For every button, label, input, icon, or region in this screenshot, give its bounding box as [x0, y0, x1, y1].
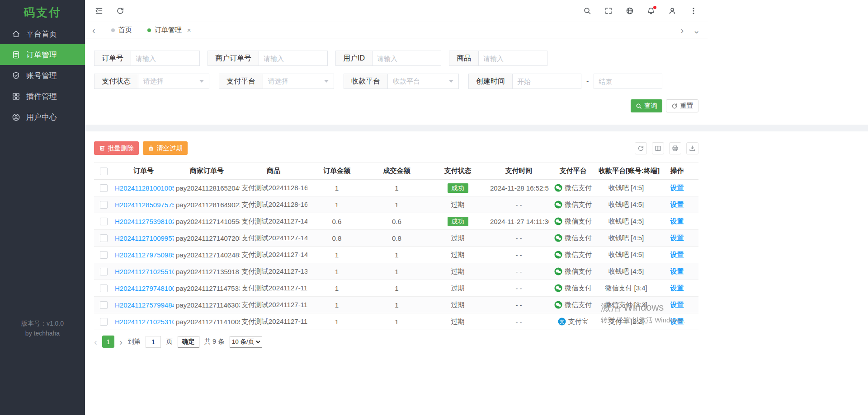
col-pay-time: 支付时间: [488, 163, 549, 180]
sidebar-item-user-center[interactable]: 用户中心: [0, 107, 85, 127]
row-checkbox[interactable]: [100, 218, 108, 225]
table-columns-button[interactable]: [652, 142, 664, 154]
merchant-order-no-input[interactable]: [259, 51, 328, 66]
menu-fold-icon[interactable]: [95, 7, 103, 15]
receive-platform-select[interactable]: 收款平台: [388, 74, 459, 89]
order-no-input[interactable]: [131, 51, 200, 66]
refresh-icon[interactable]: [116, 7, 124, 15]
tab-home[interactable]: 首页: [104, 22, 140, 38]
filter-row-2: 支付状态 请选择 支付平台 请选择 收款平台 收款平台: [94, 74, 698, 89]
end-date-input[interactable]: [594, 74, 662, 89]
row-checkbox[interactable]: [100, 268, 108, 275]
settings-link[interactable]: 设置: [670, 201, 684, 208]
fullscreen-icon[interactable]: [604, 7, 613, 15]
row-checkbox[interactable]: [100, 318, 108, 326]
tab-menu-chevron-down-icon[interactable]: ⌄: [693, 26, 700, 35]
sidebar-item-order-management[interactable]: 订单管理: [0, 44, 85, 65]
paid-amount: 0.6: [392, 218, 401, 225]
row-checkbox[interactable]: [100, 251, 108, 259]
filter-label: 用户ID: [335, 51, 373, 66]
order-no-link[interactable]: H2024112757994849: [115, 301, 174, 309]
search-button[interactable]: 查询: [631, 99, 662, 112]
current-page-button[interactable]: 1: [102, 336, 114, 348]
goto-confirm-button[interactable]: 确定: [178, 336, 199, 348]
order-no-link[interactable]: H2024112753981029: [115, 218, 174, 225]
settings-link[interactable]: 设置: [670, 251, 684, 258]
filter-user-id: 用户ID: [335, 51, 441, 66]
tab-scroll-right-icon[interactable]: ›: [681, 26, 684, 35]
sidebar-item-plugin-management[interactable]: 插件管理: [0, 86, 85, 107]
notifications-button[interactable]: [647, 7, 655, 15]
pay-status-cell: 过期: [427, 280, 488, 297]
tab-order-management[interactable]: 订单管理 ×: [140, 22, 199, 38]
settings-link[interactable]: 设置: [670, 301, 684, 308]
settings-link[interactable]: 设置: [670, 284, 684, 292]
receive-account: 收钱吧 [4:5]: [609, 234, 644, 242]
order-no-link[interactable]: H2024112710255102: [115, 268, 174, 275]
tab-scroll-left-icon[interactable]: ‹: [92, 26, 95, 35]
row-checkbox[interactable]: [100, 234, 108, 242]
pay-platform-name: 微信支付: [565, 217, 592, 225]
table-row: H2024112757994849pay202411271146303259支付…: [94, 297, 698, 313]
order-no-link[interactable]: H2024112710253101: [115, 318, 174, 326]
table-export-button[interactable]: [686, 142, 698, 154]
select-all-checkbox[interactable]: [100, 168, 108, 175]
settings-link[interactable]: 设置: [670, 267, 684, 275]
wechat-pay-icon: [554, 217, 562, 225]
order-no-link[interactable]: H2024112710099571: [115, 234, 174, 242]
product-name: 支付测试20241127-114...: [241, 317, 307, 325]
order-no-link[interactable]: H2024112810010056: [115, 184, 174, 192]
col-product: 商品: [240, 163, 307, 180]
order-no-link[interactable]: H2024112850975751: [115, 201, 174, 209]
user-icon[interactable]: [668, 7, 676, 15]
row-checkbox[interactable]: [100, 284, 108, 292]
top-header: [85, 0, 708, 22]
page-size-select[interactable]: 10 条/页: [230, 336, 262, 348]
header-left: [95, 7, 124, 15]
search-icon[interactable]: [583, 7, 591, 15]
app-logo: 码支付: [0, 0, 85, 23]
table-print-button[interactable]: [669, 142, 681, 154]
sidebar-item-account-management[interactable]: 账号管理: [0, 65, 85, 86]
batch-delete-button[interactable]: 批量删除: [94, 141, 139, 155]
sidebar-item-platform-home[interactable]: 平台首页: [0, 23, 85, 44]
tab-close-icon[interactable]: ×: [187, 26, 191, 34]
chevron-down-icon: [324, 80, 329, 83]
pay-platform-select[interactable]: 请选择: [263, 74, 334, 89]
next-page-icon[interactable]: ›: [119, 337, 123, 346]
settings-link[interactable]: 设置: [670, 184, 684, 191]
prev-page-icon[interactable]: ‹: [94, 337, 97, 346]
filter-label: 收款平台: [344, 74, 388, 89]
pay-status-select[interactable]: 请选择: [138, 74, 209, 89]
filter-panel: 订单号 商户订单号 用户ID 商品 支付状态: [85, 38, 708, 125]
main-area: ‹ 首页 订单管理 × › ⌄ 订单号: [85, 0, 868, 415]
table-refresh-button[interactable]: [635, 142, 647, 154]
order-no-link[interactable]: H2024112797509854: [115, 251, 174, 259]
settings-link[interactable]: 设置: [670, 317, 684, 325]
more-icon[interactable]: [689, 7, 698, 15]
product-name: 支付测试20241127-140...: [241, 234, 307, 242]
receive-account: 收钱吧 [4:5]: [609, 217, 644, 225]
filter-label: 创建时间: [468, 74, 513, 89]
refresh-icon: [637, 145, 644, 152]
pay-platform-name: 微信支付: [565, 201, 592, 208]
start-date-input[interactable]: [513, 74, 581, 89]
globe-icon[interactable]: [626, 7, 634, 15]
reset-button[interactable]: 重置: [666, 99, 698, 112]
order-no-link[interactable]: H2024112797481009: [115, 284, 174, 292]
user-id-input[interactable]: [373, 51, 441, 66]
row-checkbox[interactable]: [100, 301, 108, 309]
chevron-down-icon: [449, 80, 453, 83]
clear-expired-button[interactable]: 清空过期: [143, 141, 188, 155]
goto-page-input[interactable]: [146, 336, 161, 348]
col-merchant-order-no: 商家订单号: [174, 163, 240, 180]
row-checkbox[interactable]: [100, 184, 108, 192]
wechat-pay-icon: [554, 301, 562, 309]
table-toolbar-left: 批量删除 清空过期: [94, 141, 188, 155]
settings-link[interactable]: 设置: [670, 217, 684, 225]
settings-link[interactable]: 设置: [670, 234, 684, 242]
product-input[interactable]: [479, 51, 547, 66]
row-checkbox[interactable]: [100, 201, 108, 209]
filter-pay-platform: 支付平台 请选择: [219, 74, 334, 89]
filter-label: 商品: [449, 51, 479, 66]
